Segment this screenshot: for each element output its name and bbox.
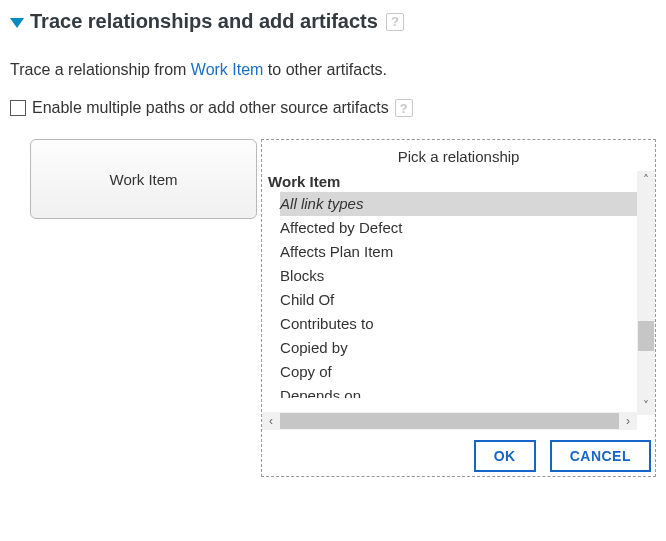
relationship-option[interactable]: Copied by [280,336,655,360]
relationship-option[interactable]: Depends on [280,384,655,398]
enable-multiple-paths-checkbox[interactable] [10,100,26,116]
relationship-picker: Pick a relationship Work Item All link t… [261,139,656,477]
scroll-left-icon[interactable]: ‹ [262,414,280,428]
scroll-right-icon[interactable]: › [619,414,637,428]
scroll-down-icon[interactable]: ˅ [637,397,655,415]
horizontal-scrollbar[interactable]: ‹ › [262,412,637,430]
source-artifact-label: Work Item [110,171,178,188]
relationship-option[interactable]: Affects Plan Item [280,240,655,264]
dialog-buttons: OK CANCEL [262,440,655,472]
intro-text: Trace a relationship from Work Item to o… [10,61,656,79]
relationship-option[interactable]: Copy of [280,360,655,384]
work-item-link[interactable]: Work Item [191,61,264,78]
intro-prefix: Trace a relationship from [10,61,191,78]
relationship-option[interactable]: Contributes to [280,312,655,336]
picker-title: Pick a relationship [262,144,655,171]
disclosure-triangle-icon[interactable] [10,18,24,28]
section-header: Trace relationships and add artifacts ? [10,10,656,33]
relationship-option[interactable]: Child Of [280,288,655,312]
help-icon[interactable]: ? [395,99,413,117]
relationship-option[interactable]: Affected by Defect [280,216,655,240]
scroll-thumb[interactable] [280,413,619,429]
relationship-option[interactable]: Blocks [280,264,655,288]
relationship-group-label: Work Item [262,171,655,192]
section-title: Trace relationships and add artifacts ? [30,10,404,33]
scroll-thumb[interactable] [638,321,654,351]
panels: Work Item Pick a relationship Work Item … [30,139,656,477]
ok-button[interactable]: OK [474,440,536,472]
intro-suffix: to other artifacts. [263,61,387,78]
help-icon[interactable]: ? [386,13,404,31]
source-artifact-box[interactable]: Work Item [30,139,257,219]
relationship-list[interactable]: All link types Affected by Defect Affect… [262,192,655,412]
relationship-list-wrap: Work Item All link types Affected by Def… [262,171,655,412]
relationship-option[interactable]: All link types [280,192,655,216]
vertical-scrollbar[interactable]: ˄ ˅ [637,171,655,415]
enable-multiple-paths-label: Enable multiple paths or add other sourc… [32,99,389,117]
cancel-button[interactable]: CANCEL [550,440,651,472]
scroll-up-icon[interactable]: ˄ [637,171,655,189]
section-title-text: Trace relationships and add artifacts [30,10,378,33]
enable-multiple-paths-row: Enable multiple paths or add other sourc… [10,99,656,117]
